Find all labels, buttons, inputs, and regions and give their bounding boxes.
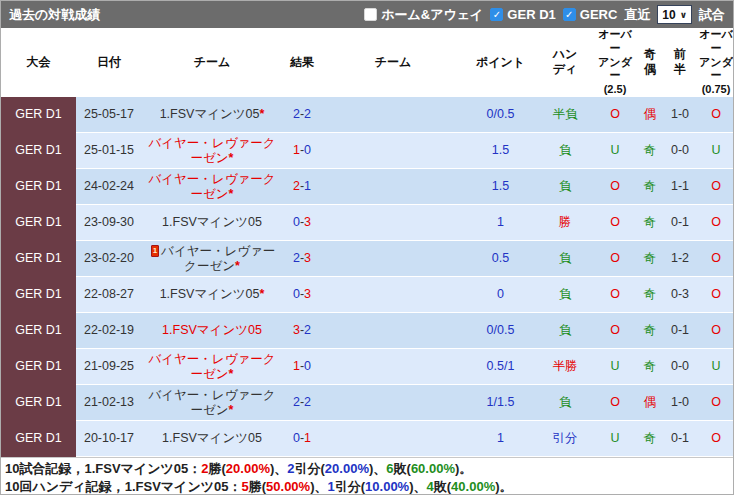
table-row: GER D1 21-09-25 バイヤー・レヴァークーゼン* 1-0 0.5/1… xyxy=(1,349,734,385)
over-under-075-cell: O xyxy=(697,241,734,277)
over-under-25-cell: O xyxy=(593,313,637,349)
unchecked-checkbox-icon[interactable] xyxy=(364,8,377,21)
handicap-result-cell: 半負 xyxy=(537,97,593,133)
away-score: 3 xyxy=(304,251,311,265)
home-score: 1 xyxy=(293,359,300,373)
home-team-cell: 1.FSVマインツ05 xyxy=(142,205,282,241)
team-name: 1.FSVマインツ05 xyxy=(160,107,260,121)
col-header-odd-even: 奇 偶 xyxy=(637,28,663,97)
score-cell: 2-3 xyxy=(282,241,322,277)
odd-even-cell: 偶 xyxy=(637,385,663,421)
checkbox-label: GERC xyxy=(580,7,618,22)
away-team-cell xyxy=(322,169,464,205)
home-team-cell: 1.FSVマインツ05* xyxy=(142,97,282,133)
col-header-result: 結果 xyxy=(282,28,322,97)
date-cell: 24-02-24 xyxy=(76,169,142,205)
favorite-star-marker: * xyxy=(259,107,264,121)
score-cell: 0-1 xyxy=(282,421,322,457)
summary-segment: 10.00% xyxy=(365,479,409,494)
home-score: 2 xyxy=(293,107,300,121)
date-cell: 25-05-17 xyxy=(76,97,142,133)
home-score: 3 xyxy=(293,323,300,337)
team-name: バイヤー・レヴァークーゼン xyxy=(148,172,275,201)
competition-cell: GER D1 xyxy=(1,277,76,313)
home-score: 1 xyxy=(293,143,300,157)
home-score: 0 xyxy=(293,215,300,229)
filter-checkbox-GER D1[interactable]: ✓GER D1 xyxy=(490,6,555,24)
date-cell: 22-08-27 xyxy=(76,277,142,313)
filter-checkbox-ホーム&アウェイ[interactable]: ホーム&アウェイ xyxy=(364,6,483,24)
odd-even-cell: 奇 xyxy=(637,421,663,457)
table-row: GER D1 23-02-20 1バイヤー・レヴァークーゼン* 2-3 0.5 … xyxy=(1,241,734,277)
handicap-result-cell: 負 xyxy=(537,133,593,169)
table-row: GER D1 24-02-24 バイヤー・レヴァークーゼン* 2-1 1.5 負… xyxy=(1,169,734,205)
handicap-result-cell: 半勝 xyxy=(537,349,593,385)
over-under-075-cell: U xyxy=(697,349,734,385)
summary-segment: 2 xyxy=(287,461,294,476)
home-score: 0 xyxy=(293,431,300,445)
handicap-result-cell: 引分 xyxy=(537,421,593,457)
team-name: バイヤー・レヴァークーゼン xyxy=(148,388,275,417)
odd-even-cell: 奇 xyxy=(637,313,663,349)
col-header-over-under-075: オーバー アンダー (0.75) xyxy=(697,28,734,97)
competition-cell: GER D1 xyxy=(1,169,76,205)
home-team-cell: バイヤー・レヴァークーゼン* xyxy=(142,385,282,421)
over-under-075-cell: O xyxy=(697,421,734,457)
team-name: 1.FSVマインツ05 xyxy=(162,323,262,337)
recent-count-select[interactable]: 10 ∨ xyxy=(657,5,692,24)
summary-segment: 20.00% xyxy=(325,461,369,476)
away-score: 2 xyxy=(304,395,311,409)
summary-segment: 敗( xyxy=(434,479,451,494)
team-name: 1.FSVマインツ05 xyxy=(162,431,262,445)
filter-checkbox-GERC[interactable]: ✓GERC xyxy=(563,6,618,24)
handicap-result-cell: 負 xyxy=(537,313,593,349)
away-team-cell xyxy=(322,385,464,421)
summary-segment: 40.00% xyxy=(451,479,495,494)
favorite-star-marker: * xyxy=(229,367,234,381)
competition-cell: GER D1 xyxy=(1,313,76,349)
over-under-25-cell: O xyxy=(593,97,637,133)
home-score: 2 xyxy=(293,251,300,265)
favorite-star-marker: * xyxy=(229,187,234,201)
date-cell: 22-02-19 xyxy=(76,313,142,349)
over-under-25-cell: U xyxy=(593,133,637,169)
date-cell: 25-01-15 xyxy=(76,133,142,169)
score-cell: 2-1 xyxy=(282,169,322,205)
handicap-result-cell: 負 xyxy=(537,277,593,313)
odd-even-cell: 奇 xyxy=(637,133,663,169)
summary-segment: )、 xyxy=(310,479,327,494)
points-cell: 0.5 xyxy=(464,241,537,277)
handicap-result-cell: 負 xyxy=(537,241,593,277)
away-score: 1 xyxy=(304,179,311,193)
summary-line-handicap-record: 10回ハンディ記録，1.FSVマインツ05：5勝(50.00%)、1引分(10.… xyxy=(5,478,729,495)
score-cell: 0-3 xyxy=(282,205,322,241)
titlebar: 過去の対戦成績 ホーム&アウェイ✓GER D1✓GERC 直近 10 ∨ 試合 xyxy=(1,1,733,28)
home-score: 2 xyxy=(293,395,300,409)
home-team-cell: 1.FSVマインツ05 xyxy=(142,421,282,457)
col-header-first-half: 前 半 xyxy=(663,28,697,97)
summary-segment: 2 xyxy=(201,461,208,476)
team-name: 1.FSVマインツ05 xyxy=(162,215,262,229)
away-score: 3 xyxy=(304,287,311,301)
col-header-date: 日付 xyxy=(76,28,142,97)
summary-segment: 敗( xyxy=(394,461,411,476)
over-under-25-cell: O xyxy=(593,241,637,277)
favorite-star-marker: * xyxy=(235,259,240,273)
score-cell: 0-3 xyxy=(282,277,322,313)
over-under-075-cell: O xyxy=(697,385,734,421)
summary-line-record: 10試合記録，1.FSVマインツ05：2勝(20.00%)、2引分(20.00%… xyxy=(5,460,729,478)
col-header-points: ポイント xyxy=(464,28,537,97)
odd-even-cell: 奇 xyxy=(637,241,663,277)
points-cell: 1.5 xyxy=(464,133,537,169)
competition-cell: GER D1 xyxy=(1,97,76,133)
home-team-cell: 1バイヤー・レヴァークーゼン* xyxy=(142,241,282,277)
checked-checkbox-icon[interactable]: ✓ xyxy=(490,8,503,21)
away-team-cell xyxy=(322,277,464,313)
home-score: 0 xyxy=(293,287,300,301)
filter-checkboxes: ホーム&アウェイ✓GER D1✓GERC xyxy=(364,6,617,24)
checked-checkbox-icon[interactable]: ✓ xyxy=(563,8,576,21)
table-row: GER D1 20-10-17 1.FSVマインツ05 0-1 1 引分 U 奇… xyxy=(1,421,734,457)
table-header-row: 大会 日付 チーム 結果 チーム ポイント ハン ディ オーバー アンダー (2… xyxy=(1,28,734,97)
competition-cell: GER D1 xyxy=(1,133,76,169)
matches-suffix-label: 試合 xyxy=(699,6,725,24)
